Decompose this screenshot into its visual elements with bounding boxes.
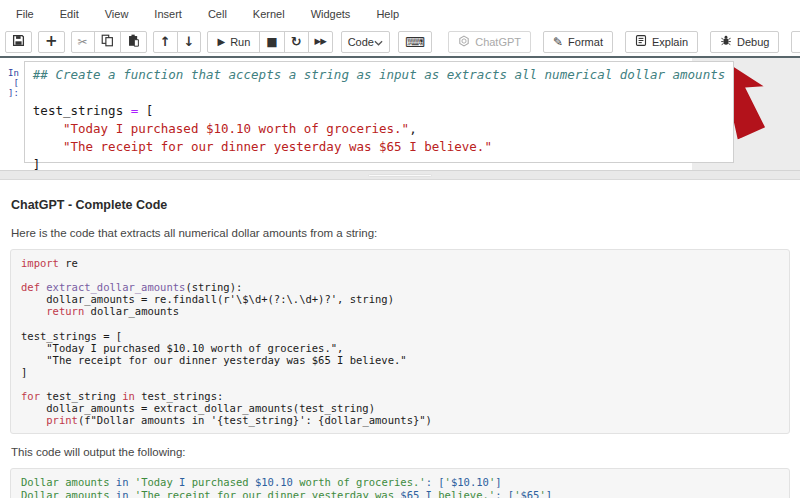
scissors-icon: ✂ xyxy=(78,36,88,48)
run-button[interactable]: ▶ Run xyxy=(207,31,260,53)
bug-icon xyxy=(720,34,732,49)
arrow-up-icon: ↑ xyxy=(160,35,171,48)
explain-button[interactable]: Explain xyxy=(625,31,698,53)
format-button[interactable]: ✎ Format xyxy=(543,31,613,53)
save-icon xyxy=(12,34,25,49)
paste-cell-button[interactable] xyxy=(120,31,147,53)
panel-title: ChatGPT - Complete Code xyxy=(11,198,790,212)
move-cell-up-button[interactable]: ↑ xyxy=(153,31,178,53)
panel-outro-text: This code will output the following: xyxy=(11,446,790,458)
menu-file[interactable]: File xyxy=(3,4,47,24)
menu-edit[interactable]: Edit xyxy=(47,4,92,24)
move-cell-down-button[interactable]: ↓ xyxy=(177,31,202,53)
generated-code-block: import re def extract_dollar_amounts(str… xyxy=(10,249,790,434)
cut-cell-button[interactable]: ✂ xyxy=(71,31,95,53)
menu-insert[interactable]: Insert xyxy=(141,4,195,24)
cell-code-editor[interactable]: ## Create a function that accepts a stri… xyxy=(24,61,734,163)
save-button[interactable] xyxy=(5,31,32,53)
chatgpt-result-panel: ChatGPT - Complete Code Here is the code… xyxy=(0,180,800,498)
menu-cell[interactable]: Cell xyxy=(195,4,240,24)
format-label: Format xyxy=(568,36,603,48)
document-icon xyxy=(635,34,647,49)
play-icon: ▶ xyxy=(217,37,225,47)
menu-widgets[interactable]: Widgets xyxy=(298,4,364,24)
cell-prompt: In [ ]: xyxy=(8,61,24,163)
notebook-area: In [ ]: ## Create a function that accept… xyxy=(0,58,800,170)
pen-icon: ✎ xyxy=(553,36,563,48)
add-cell-button[interactable]: + xyxy=(38,31,65,53)
restart-run-all-button[interactable]: ▶▶ xyxy=(308,31,333,53)
stop-icon: ■ xyxy=(266,36,277,48)
notebook-toolbar: + ✂ ↑ ↓ ▶ Run ■ ↻ ▶▶ xyxy=(0,27,800,56)
chatgpt-logo-icon xyxy=(458,35,470,49)
cell-type-value: Code xyxy=(348,36,374,48)
chevron-down-icon xyxy=(374,36,383,48)
menu-help[interactable]: Help xyxy=(363,4,412,24)
pane-resize-handle[interactable] xyxy=(368,174,432,177)
debug-label: Debug xyxy=(737,36,769,48)
refresh-icon: ↻ xyxy=(291,35,302,48)
plus-icon: + xyxy=(45,34,58,49)
fast-forward-icon: ▶▶ xyxy=(315,37,326,46)
menu-bar: File Edit View Insert Cell Kernel Widget… xyxy=(0,0,800,27)
code-cell: In [ ]: ## Create a function that accept… xyxy=(8,61,690,163)
panel-intro-text: Here is the code that extracts all numer… xyxy=(11,227,790,239)
chatgpt-label: ChatGPT xyxy=(475,36,521,48)
menu-view[interactable]: View xyxy=(92,4,142,24)
copy-cell-button[interactable] xyxy=(94,31,121,53)
restart-kernel-button[interactable]: ↻ xyxy=(284,31,309,53)
run-label: Run xyxy=(230,36,250,48)
menu-kernel[interactable]: Kernel xyxy=(240,4,298,24)
debug-button[interactable]: Debug xyxy=(710,31,779,53)
explain-label: Explain xyxy=(652,36,688,48)
command-palette-button[interactable]: ⌨ xyxy=(398,31,432,53)
complete-button[interactable]: >_ Complete xyxy=(791,31,800,53)
paste-icon xyxy=(127,34,140,49)
keyboard-icon: ⌨ xyxy=(405,35,425,49)
arrow-down-icon: ↓ xyxy=(184,35,195,48)
code-output-block: Dollar amounts in 'Today I purchased $10… xyxy=(10,468,790,498)
interrupt-kernel-button[interactable]: ■ xyxy=(259,31,284,53)
chatgpt-button[interactable]: ChatGPT xyxy=(448,31,531,53)
cell-type-select[interactable]: Code xyxy=(341,31,390,53)
copy-icon xyxy=(101,34,114,49)
pane-divider xyxy=(0,170,800,180)
